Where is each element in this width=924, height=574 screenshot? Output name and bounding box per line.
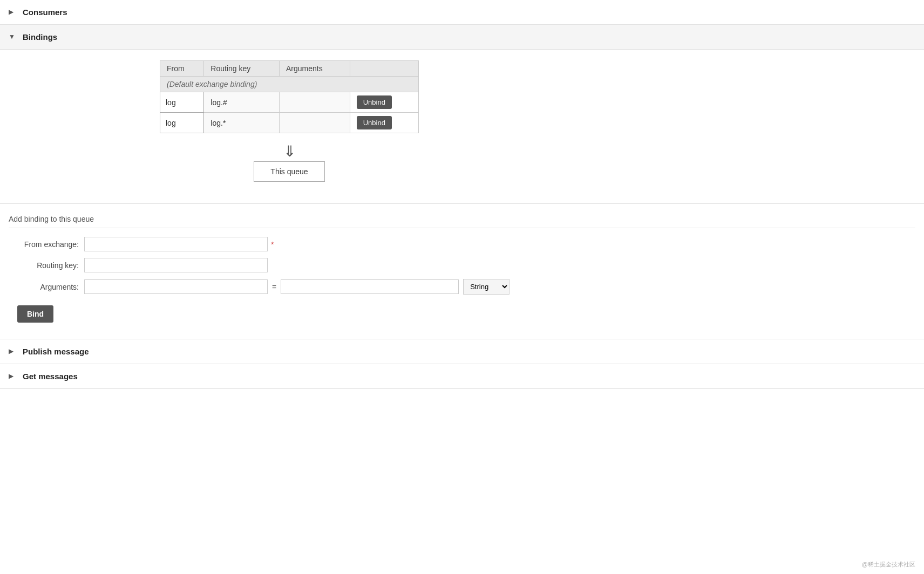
arguments-label: Arguments: [9,283,79,291]
arguments-row: Arguments: = String Number Boolean [9,279,915,295]
arguments-key-input[interactable] [84,279,268,294]
from-exchange-label: From exchange: [9,240,79,249]
arguments-value-input[interactable] [281,279,459,294]
binding-arguments-1 [279,113,350,133]
binding-routing-key-1: log.* [204,113,280,133]
routing-key-row: Routing key: [9,258,915,272]
binding-from-1: log [160,113,204,133]
unbind-button-1[interactable]: Unbind [357,116,392,129]
consumers-collapse-arrow: ▶ [9,8,17,17]
publish-message-section-header[interactable]: ▶ Publish message [0,339,924,364]
get-messages-title: Get messages [23,372,78,381]
bindings-collapse-arrow: ▼ [9,33,17,42]
add-binding-title: Add binding to this queue [9,215,915,228]
queue-diagram: ⇓ This queue [160,144,419,182]
binding-action-cell-1: Unbind [350,113,418,133]
routing-key-input[interactable] [84,258,268,272]
col-arguments: Arguments [279,61,350,77]
consumers-section-header[interactable]: ▶ Consumers [0,0,924,25]
default-exchange-text: (Default exchange binding) [160,77,419,92]
publish-message-title: Publish message [23,347,89,356]
binding-action-cell-0: Unbind [350,92,418,113]
binding-from-0: log [160,92,204,113]
consumers-title: Consumers [23,8,67,17]
bindings-content: From Routing key Arguments (Default exch… [0,50,924,204]
get-messages-section-header[interactable]: ▶ Get messages [0,364,924,389]
bindings-title: Bindings [23,32,57,42]
default-exchange-row: (Default exchange binding) [160,77,419,92]
col-routing-key: Routing key [204,61,280,77]
type-select[interactable]: String Number Boolean [463,279,509,295]
equals-sign: = [272,283,276,291]
bindings-section-header[interactable]: ▼ Bindings [0,25,924,50]
unbind-button-0[interactable]: Unbind [357,95,392,109]
col-action [350,61,418,77]
bind-button[interactable]: Bind [17,305,53,323]
down-arrow-icon: ⇓ [283,144,296,159]
routing-key-label: Routing key: [9,261,79,270]
bindings-table: From Routing key Arguments (Default exch… [160,60,419,133]
get-messages-collapse-arrow: ▶ [9,372,17,381]
binding-row-0: log log.# Unbind [160,92,419,113]
binding-row-1: log log.* Unbind [160,113,419,133]
binding-routing-key-0: log.# [204,92,280,113]
add-binding-section: Add binding to this queue From exchange:… [0,204,924,339]
queue-box: This queue [254,161,324,182]
col-from: From [160,61,204,77]
binding-arguments-0 [279,92,350,113]
required-star: * [271,240,274,249]
publish-message-collapse-arrow: ▶ [9,347,17,356]
from-exchange-row: From exchange: * [9,237,915,251]
from-exchange-input[interactable] [84,237,268,251]
